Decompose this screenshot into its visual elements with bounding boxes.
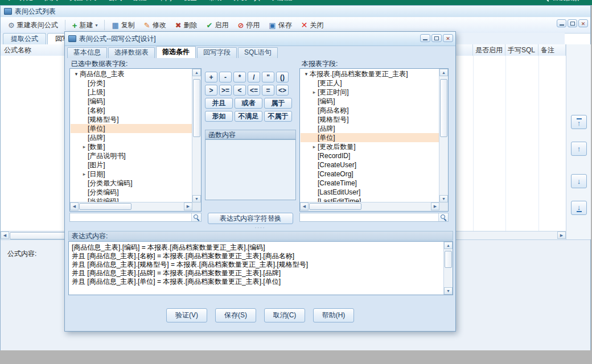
- minimize-button[interactable]: [557, 19, 566, 27]
- operator-button[interactable]: /: [248, 72, 260, 82]
- scroll-down-button[interactable]: [192, 195, 201, 202]
- dialog-tab[interactable]: 回写字段: [197, 47, 237, 58]
- operator-button[interactable]: =: [262, 85, 274, 96]
- dialog-tab[interactable]: SQL语句: [238, 47, 278, 58]
- operator-button[interactable]: (): [276, 72, 289, 82]
- scroll-left-button[interactable]: [1, 231, 9, 239]
- tree-item[interactable]: [CreateOrg]: [301, 169, 439, 179]
- scrollbar-thumb[interactable]: [193, 79, 200, 137]
- left-search-strip[interactable]: [69, 213, 202, 222]
- new-button[interactable]: +新建▾: [68, 19, 102, 31]
- tree-item[interactable]: [数量]: [71, 142, 192, 151]
- tree-item[interactable]: [分类最大编码]: [71, 179, 192, 188]
- move-bottom-button[interactable]: ↓: [571, 201, 587, 215]
- ribbon-tab[interactable]: 开始: [14, 0, 39, 5]
- replace-expression-chars-button[interactable]: 表达式内容字符替换: [208, 213, 293, 224]
- tree-item[interactable]: [LastEditTime]: [301, 197, 439, 202]
- report-fields-list[interactable]: 本报表.[商品档案数量更正_主表][更正人][更正时间][编码][商品名称][规…: [299, 68, 449, 212]
- operator-button[interactable]: 或者: [235, 98, 262, 109]
- tree-item[interactable]: [当前编码]: [71, 197, 192, 202]
- ribbon-tab[interactable]: 帮助: [203, 0, 228, 5]
- tree-item[interactable]: [分类]: [71, 78, 192, 88]
- cancel-button[interactable]: 取消(C): [264, 308, 305, 322]
- operator-button[interactable]: *: [233, 72, 246, 82]
- maximize-button[interactable]: [568, 19, 577, 27]
- ribbon-tab[interactable]: 开发工具: [228, 0, 266, 5]
- dialog-titlebar[interactable]: 表间公式--回写公式[设计]: [65, 32, 455, 46]
- scrollbar-thumb[interactable]: [309, 203, 361, 210]
- dialog-minimize-button[interactable]: [420, 34, 430, 42]
- tree-item[interactable]: [商品名称]: [301, 106, 439, 115]
- ribbon-tab[interactable]: 公式: [102, 0, 128, 5]
- tree-item[interactable]: [品牌]: [301, 124, 439, 133]
- ribbon-tab[interactable]: 视图: [178, 0, 203, 5]
- splitter-handle[interactable]: [65, 224, 455, 230]
- operator-button[interactable]: <>: [276, 85, 289, 96]
- vertical-scrollbar[interactable]: [192, 69, 201, 202]
- operator-button[interactable]: 并且: [205, 98, 233, 109]
- dialog-tab[interactable]: 基本信息: [67, 47, 107, 58]
- tree-item[interactable]: [名称]: [71, 106, 192, 115]
- operator-button[interactable]: 属于: [264, 98, 292, 109]
- window-titlebar[interactable]: 表间公式列表: [1, 6, 590, 18]
- horizontal-scrollbar[interactable]: [300, 202, 439, 211]
- tree-item[interactable]: [日期]: [71, 169, 192, 179]
- tree-item[interactable]: [LastEditUser]: [301, 188, 439, 197]
- operator-button[interactable]: ": [262, 72, 274, 82]
- operator-button[interactable]: 不属于: [264, 111, 292, 122]
- tree-item[interactable]: [规格型号]: [301, 115, 439, 124]
- scroll-up-button[interactable]: [192, 69, 201, 76]
- expand-icon[interactable]: [81, 142, 88, 151]
- expand-icon[interactable]: [311, 142, 318, 151]
- tree-item[interactable]: [CreateTime]: [301, 179, 439, 188]
- modify-button[interactable]: ✎修改: [140, 19, 170, 31]
- operator-button[interactable]: +: [205, 72, 217, 82]
- tree-item[interactable]: [编码]: [71, 97, 192, 106]
- selected-fields-list[interactable]: 商品信息_主表[分类][上级][编码][名称][规格型号][单位][品牌][数量…: [69, 68, 202, 212]
- column-header[interactable]: 是否启用: [473, 44, 505, 56]
- scrollbar-thumb[interactable]: [445, 251, 452, 268]
- validate-button[interactable]: 验证(V): [166, 308, 207, 322]
- tree-item[interactable]: [单位]: [301, 133, 439, 142]
- tab-extract-formula[interactable]: 提取公式: [3, 33, 46, 44]
- tree-item[interactable]: [更正时间]: [301, 88, 439, 97]
- search-button[interactable]: [438, 213, 448, 221]
- collapse-icon[interactable]: [303, 69, 310, 78]
- close-list-button[interactable]: ✕关闭: [297, 19, 328, 31]
- tree-item[interactable]: [规格型号]: [71, 115, 192, 124]
- move-top-button[interactable]: ↑: [571, 115, 587, 129]
- help-button[interactable]: 帮助(H): [313, 308, 354, 322]
- scroll-right-button[interactable]: [431, 202, 439, 210]
- vertical-scrollbar[interactable]: [439, 69, 448, 202]
- rebuild-formula-button[interactable]: ⚙重建表间公式: [4, 19, 62, 31]
- app-logo-icon[interactable]: [5, 0, 14, 2]
- ribbon-tab[interactable]: 插入: [39, 0, 64, 5]
- ribbon-tab[interactable]: 页面布局: [64, 0, 102, 5]
- tree-item[interactable]: [单位]: [71, 124, 192, 133]
- move-up-button[interactable]: ↑: [571, 142, 587, 156]
- scroll-right-button[interactable]: [184, 202, 192, 210]
- scroll-left-button[interactable]: [70, 202, 79, 210]
- expression-textarea[interactable]: [商品信息_主表].[编码] = 本报表.[商品档案数量更正_主表].[编码]并…: [68, 241, 453, 295]
- ribbon-tab[interactable]: 审阅: [153, 0, 178, 5]
- operator-button[interactable]: <: [233, 85, 246, 96]
- scroll-right-button[interactable]: [557, 231, 566, 239]
- scrollbar-thumb[interactable]: [440, 79, 447, 137]
- operator-button[interactable]: 不满足: [235, 111, 262, 122]
- expand-icon[interactable]: [311, 88, 318, 97]
- tree-item[interactable]: 本报表.[商品档案数量更正_主表]: [301, 69, 439, 78]
- scroll-up-button[interactable]: [439, 69, 448, 76]
- operator-button[interactable]: 形如: [205, 111, 233, 122]
- ribbon-tab[interactable]: 数据: [128, 0, 153, 5]
- tree-item[interactable]: [更改后数量]: [301, 142, 439, 151]
- enable-button[interactable]: ✔启用: [203, 19, 233, 31]
- tree-item[interactable]: [RecordID]: [301, 151, 439, 160]
- scroll-down-button[interactable]: [439, 195, 448, 202]
- dialog-maximize-button[interactable]: [431, 34, 442, 42]
- tree-item[interactable]: [品牌]: [71, 133, 192, 142]
- collapse-icon[interactable]: [73, 69, 80, 78]
- expand-icon[interactable]: [81, 169, 88, 179]
- tree-item[interactable]: [图片]: [71, 160, 192, 169]
- tree-item[interactable]: [CreateUser]: [301, 160, 439, 169]
- tree-item[interactable]: [编码]: [301, 97, 439, 106]
